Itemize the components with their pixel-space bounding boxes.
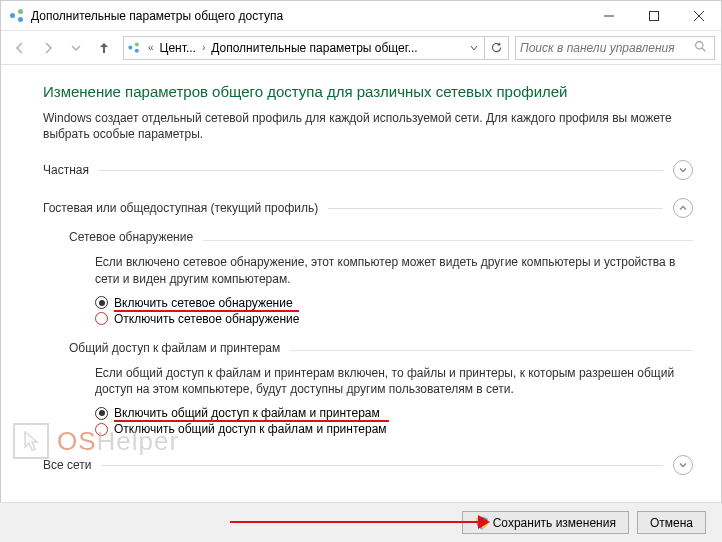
search-input[interactable] xyxy=(520,41,694,55)
subsection-network-discovery: Сетевое обнаружение Если включено сетево… xyxy=(43,230,693,326)
footer-bar: Сохранить изменения Отмена xyxy=(0,502,722,542)
subsection-title: Общий доступ к файлам и принтерам xyxy=(69,341,280,355)
radio-label: Включить общий доступ к файлам и принтер… xyxy=(114,406,380,420)
close-button[interactable] xyxy=(676,1,721,30)
radio-file-sharing-on[interactable]: Включить общий доступ к файлам и принтер… xyxy=(95,405,693,421)
search-box[interactable] xyxy=(515,36,715,60)
button-label: Сохранить изменения xyxy=(493,516,616,530)
watermark: OSHelper xyxy=(13,423,179,459)
breadcrumb-chevron-icon[interactable]: › xyxy=(198,42,209,53)
chevron-down-icon[interactable] xyxy=(673,160,693,180)
svg-point-4 xyxy=(696,41,703,48)
radio-icon xyxy=(95,296,108,309)
radio-file-sharing-off[interactable]: Отключить общий доступ к файлам и принте… xyxy=(95,421,693,437)
section-label: Гостевая или общедоступная (текущий проф… xyxy=(43,201,318,215)
breadcrumb-item[interactable]: Цент... xyxy=(158,37,198,59)
refresh-button[interactable] xyxy=(484,37,508,59)
minimize-button[interactable] xyxy=(586,1,631,30)
annotation-arrow xyxy=(230,512,490,532)
svg-rect-1 xyxy=(649,11,658,20)
search-icon[interactable] xyxy=(694,40,710,56)
radio-icon xyxy=(95,407,108,420)
radio-network-discovery-off[interactable]: Отключить сетевое обнаружение xyxy=(95,311,693,327)
shield-icon xyxy=(475,516,489,530)
page-description: Windows создает отдельный сетевой профил… xyxy=(43,110,693,142)
subsection-title: Сетевое обнаружение xyxy=(69,230,193,244)
page-heading: Изменение параметров общего доступа для … xyxy=(43,83,693,100)
radio-network-discovery-on[interactable]: Включить сетевое обнаружение xyxy=(95,295,693,311)
section-private[interactable]: Частная xyxy=(43,156,693,184)
chevron-down-icon[interactable] xyxy=(673,455,693,475)
breadcrumb-item[interactable]: Дополнительные параметры общег... xyxy=(209,37,419,59)
address-bar[interactable]: « Цент... › Дополнительные параметры общ… xyxy=(123,36,509,60)
watermark-helper: Helper xyxy=(97,426,180,456)
save-changes-button[interactable]: Сохранить изменения xyxy=(462,511,629,534)
back-button[interactable] xyxy=(7,35,33,61)
cursor-icon xyxy=(13,423,49,459)
radio-label: Включить сетевое обнаружение xyxy=(114,296,293,310)
forward-button[interactable] xyxy=(35,35,61,61)
button-label: Отмена xyxy=(650,516,693,530)
subsection-description: Если включено сетевое обнаружение, этот … xyxy=(69,254,693,286)
chevron-up-icon[interactable] xyxy=(673,198,693,218)
maximize-button[interactable] xyxy=(631,1,676,30)
network-sharing-center-icon xyxy=(9,8,25,24)
watermark-os: OS xyxy=(57,426,97,456)
breadcrumb-chevron-icon[interactable]: « xyxy=(144,42,158,53)
section-label: Все сети xyxy=(43,458,92,472)
cancel-button[interactable]: Отмена xyxy=(637,511,706,534)
subsection-description: Если общий доступ к файлам и принтерам в… xyxy=(69,365,693,397)
title-bar: Дополнительные параметры общего доступа xyxy=(1,1,721,31)
recent-locations-button[interactable] xyxy=(63,35,89,61)
content-area: Изменение параметров общего доступа для … xyxy=(1,65,721,503)
radio-icon xyxy=(95,312,108,325)
svg-line-5 xyxy=(702,48,705,51)
network-sharing-center-icon xyxy=(124,40,144,56)
window-title: Дополнительные параметры общего доступа xyxy=(31,9,586,23)
radio-label: Отключить сетевое обнаружение xyxy=(114,312,299,326)
address-dropdown-icon[interactable] xyxy=(464,41,484,55)
up-button[interactable] xyxy=(91,35,117,61)
section-label: Частная xyxy=(43,163,89,177)
section-guest[interactable]: Гостевая или общедоступная (текущий проф… xyxy=(43,194,693,222)
navigation-bar: « Цент... › Дополнительные параметры общ… xyxy=(1,31,721,65)
